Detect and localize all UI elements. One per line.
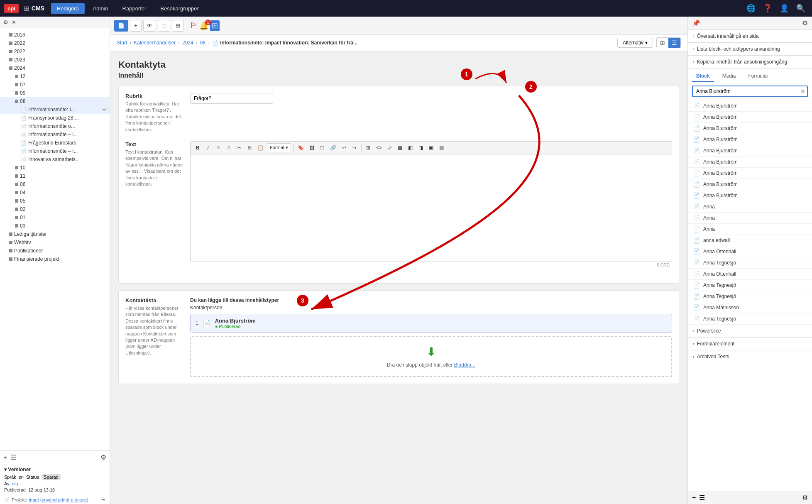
tree-item-2024[interactable]: 2024 [0,64,110,72]
tab-block[interactable]: Block [692,71,714,82]
preview-button[interactable]: 👁 [143,20,156,32]
tree-item-10[interactable]: 10 [0,164,110,172]
nav-item-redigera[interactable]: Redigera [51,3,85,14]
add-content-button[interactable]: + [130,20,142,32]
tree-item-05[interactable]: 05 [0,197,110,205]
fullscreen-icon[interactable]: ⊞ [210,20,220,31]
result-item[interactable]: 📄Anna [688,213,812,224]
italic-button[interactable]: I [203,143,213,152]
fullscreen-button[interactable]: ⤢ [385,143,394,152]
copy-button[interactable]: ⎘ [245,143,254,152]
translate-section[interactable]: › Översätt innehåll på en sida [688,30,812,43]
tree-item-2023[interactable]: 2023 [0,56,110,64]
tree-item-09[interactable]: 09 [0,89,110,97]
drop-zone[interactable]: ⬇ Dra och släpp objekt här, eller Bläddr… [190,336,672,377]
tree-item-2022[interactable]: 2022 [0,47,110,56]
result-item[interactable]: 📄Anna Bjurström [688,123,812,134]
breadcrumb-start[interactable]: Start [117,40,127,46]
result-item[interactable]: 📄Anna Tegnesjö [688,257,812,269]
col-left-button[interactable]: ◧ [406,143,415,152]
list-types-section[interactable]: › Lista block- och sidtypers användning [688,43,812,56]
result-item[interactable]: 📄Anna Tegnesjö [688,291,812,302]
result-item[interactable]: 📄Anna Bjurström [688,134,812,145]
ordered-list-button[interactable]: ≡ [224,143,233,152]
search-icon[interactable]: 🔍 [796,4,805,13]
grid-icon[interactable]: ⊞ [24,5,29,12]
project-link[interactable]: Inget (använd primära utkast) [29,497,88,502]
image-button[interactable]: 🖼 [307,143,316,152]
bell-icon[interactable]: 🔔 1 [199,21,208,30]
list-icon[interactable]: ☰ [10,453,16,461]
result-item[interactable]: 📄Anna Bjurström [688,168,812,179]
table-button[interactable]: ⊞ [364,143,373,152]
col-del-button[interactable]: ▤ [437,143,446,152]
tree-item-04[interactable]: 04 [0,188,110,197]
formelelement-section[interactable]: › Formulärelement [688,338,812,350]
table-options-button[interactable]: ▦ [396,143,405,152]
settings-icon[interactable]: ⚙ [3,19,8,25]
tree-item-2022[interactable]: 2022 [0,39,110,47]
comparison-button[interactable]: ⬚ [158,20,170,32]
search-input[interactable] [692,86,808,97]
col-merge-button[interactable]: ▣ [427,143,436,152]
settings-icon[interactable]: ⚙ [802,19,808,27]
tree-item-07[interactable]: 07 [0,81,110,89]
edit-icon[interactable]: ✏ [103,107,106,113]
result-item[interactable]: 📄Anna Ottenhall [688,269,812,280]
tree-item-08[interactable]: 08 [0,97,110,105]
tab-media[interactable]: Media [718,71,740,82]
tab-formulär[interactable]: Formulär [744,71,772,82]
av-value[interactable]: dig [12,481,18,486]
bold-button[interactable]: B [193,143,202,152]
undo-button[interactable]: ↩ [340,143,349,152]
tree-item-finansierade-projekt[interactable]: Finansierade projekt [0,255,110,263]
tree-item-12[interactable]: 12 [0,72,110,81]
epi-logo[interactable]: epi [4,4,19,13]
tree-item-informationsm-te--i---[interactable]: 📄Informationsmöte: I...✏ [0,105,110,114]
result-item[interactable]: 📄Anna Bjurström [688,100,812,112]
result-item[interactable]: 📄Anna Ottenhall [688,246,812,257]
tree-item-innovativa-samarbets---[interactable]: 📄Innovativa samarbets... [0,155,110,164]
tree-item-webbtv[interactable]: Webbtv [0,238,110,247]
tree-item-publikationer[interactable]: Publikationer [0,247,110,255]
cut-button[interactable]: ✂ [235,143,244,152]
result-item[interactable]: 📄Anna Tegnesjö [688,280,812,291]
globe-icon[interactable]: 🌐 [746,4,756,13]
pin-icon[interactable]: 📌 [692,19,700,27]
link-button[interactable]: 🔗 [328,143,338,152]
paste-button[interactable]: 📋 [255,143,266,152]
tree-item-lediga-tj-nster[interactable]: Lediga tjänster [0,230,110,238]
tree-item-framsynsonsdag-28----[interactable]: 📄Framsynsonsdag 28 ... [0,114,110,122]
breadcrumb-08[interactable]: 08 [200,40,205,46]
nav-item-admin[interactable]: Admin [87,3,114,14]
clear-search-icon[interactable]: ✕ [800,88,805,95]
tree-item-02[interactable]: 02 [0,205,110,213]
result-item[interactable]: 📄Anna Bjurström [688,157,812,168]
project-menu-icon[interactable]: ☰ [101,497,105,502]
tree-item-informationsm-te---i---[interactable]: 📄Informationsmöte – I... [0,130,110,139]
tree-item-fr-gestund-eurostars[interactable]: 📄Frågestund Eurostars [0,139,110,147]
bookmark-button[interactable]: 🔖 [296,143,306,152]
alternativ-button[interactable]: Alternativ ▾ [617,38,653,48]
code-button[interactable]: <> [374,143,384,152]
page-view-button[interactable]: 📄 [114,20,128,32]
redo-button[interactable]: ↪ [350,143,359,152]
close-sidebar-icon[interactable]: ✕ [12,19,16,25]
col-right-button[interactable]: ◨ [416,143,426,152]
breadcrumb-2024[interactable]: 2024 [182,40,193,46]
result-item[interactable]: 📄Anna Tegnesjö [688,313,812,325]
result-item[interactable]: 📄Anna [688,201,812,213]
help-icon[interactable]: ❓ [763,4,772,13]
user-icon[interactable]: 👤 [780,4,789,13]
layout-button[interactable]: ⊞ [172,20,184,32]
result-item[interactable]: 📄Anna Bjurström [688,190,812,201]
tree-item-06[interactable]: 06 [0,180,110,188]
settings-bottom-icon[interactable]: ⚙ [802,494,808,502]
versions-label[interactable]: ▾ Versioner [4,467,105,472]
result-item[interactable]: 📄Anna [688,224,812,235]
copy-content-section[interactable]: › Kopiera innehåll från ansökningsomgång [688,56,812,69]
sidebar-settings-icon[interactable]: ⚙ [100,453,106,461]
nav-item-besökargrupper[interactable]: Besökargrupper [154,3,205,14]
breadcrumb-kalenderhändelser[interactable]: Kalenderhändelser [134,40,176,46]
tree-item-2016[interactable]: 2016 [0,31,110,39]
